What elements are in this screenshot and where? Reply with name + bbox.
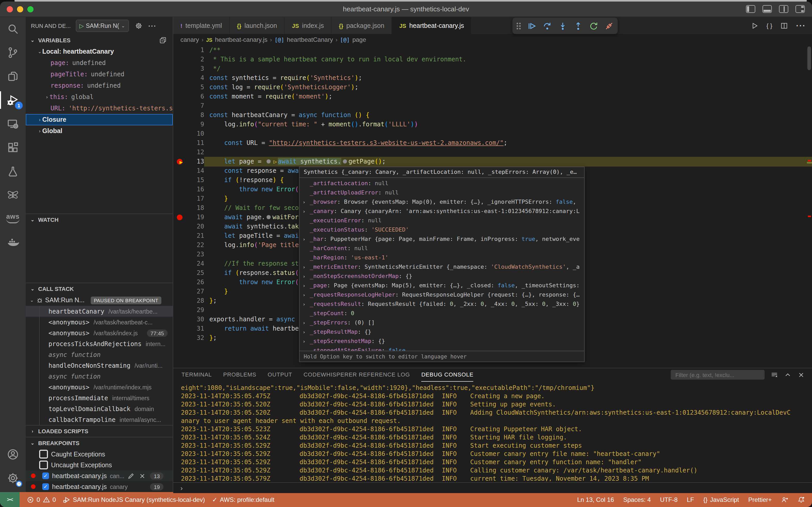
breadcrumb[interactable]: canary › JS heartbeat-canary.js › [@] he…: [173, 34, 812, 45]
debug-console-output[interactable]: eight":1080,"isLandscape":true,"isMobile…: [173, 381, 812, 481]
call-stack-frame[interactable]: <anonymous>/var/task/heartbeat-c...: [26, 317, 173, 328]
hover-property-row[interactable]: _harRegion: 'us-east-1': [300, 253, 584, 263]
split-editor-layout-icon[interactable]: [779, 5, 788, 13]
remote-explorer-icon[interactable]: [0, 112, 26, 136]
gutter-margin[interactable]: [173, 175, 187, 185]
debug-console-input[interactable]: ›: [173, 482, 812, 493]
gutter-margin[interactable]: [173, 259, 187, 268]
collapse-all-icon[interactable]: [159, 37, 167, 44]
call-stack-frame[interactable]: callbackTrampolineinternal/async...: [26, 414, 173, 425]
gutter-margin[interactable]: [173, 101, 187, 110]
gutter-margin[interactable]: [173, 203, 187, 213]
aws-profile-status[interactable]: ✓ AWS: profile:default: [212, 496, 274, 503]
hover-property-row[interactable]: ›_metricEmitter: SyntheticsMetricEmitter…: [300, 263, 584, 272]
continue-button[interactable]: [527, 21, 536, 30]
start-debug-icon[interactable]: ▷: [79, 22, 84, 29]
accounts-icon[interactable]: [0, 443, 26, 466]
tab-package.json[interactable]: {}package.json: [331, 17, 392, 34]
explorer-icon[interactable]: [0, 64, 26, 88]
panel-tab-output[interactable]: OUTPUT: [267, 368, 292, 381]
toolbar-drag-handle[interactable]: [516, 22, 521, 29]
gutter-margin[interactable]: [173, 305, 187, 315]
code-line[interactable]: 9 log.info("current time: " + moment().f…: [173, 120, 812, 129]
panel-tab-codewhisperer-reference-log[interactable]: CODEWHISPERER REFERENCE LOG: [304, 368, 410, 381]
code-editor[interactable]: 1/**2 * This is a sample heartbeat canar…: [173, 45, 812, 368]
gutter-margin[interactable]: [173, 166, 187, 175]
hover-property-row[interactable]: ›_page: Page {eventsMap: Map(5), emitter…: [300, 281, 584, 290]
zoom-window-button[interactable]: [27, 6, 34, 12]
code-line[interactable]: 10: [173, 129, 812, 138]
gutter-margin[interactable]: [173, 120, 187, 129]
toggle-panel-icon[interactable]: [762, 5, 772, 13]
checkbox-checked[interactable]: ✓: [42, 483, 49, 490]
tab-index.js[interactable]: JSindex.js: [285, 17, 332, 34]
call-stack-frame[interactable]: processImmediateinternal/timers: [26, 393, 173, 403]
tab-template.yml[interactable]: !template.yml: [173, 17, 230, 34]
remote-indicator[interactable]: ><: [0, 492, 19, 507]
tab-heartbeat-canary.js[interactable]: JSheartbeat-canary.js: [392, 17, 472, 34]
chevron-right-icon[interactable]: ›: [303, 272, 306, 281]
gutter-margin[interactable]: [173, 278, 187, 287]
hover-property-row[interactable]: _stoppedAtStepFailure: false: [300, 346, 584, 351]
edit-breakpoint-icon[interactable]: [128, 472, 135, 480]
extensions-icon[interactable]: [0, 136, 26, 159]
clear-console-icon[interactable]: [771, 371, 778, 378]
hover-property-row[interactable]: ›_stepScreenshotMap: {}: [300, 337, 584, 346]
variables-section-header[interactable]: ⌄VARIABLES: [26, 35, 173, 46]
remove-breakpoint-icon[interactable]: [139, 472, 146, 480]
code-line[interactable]: 8const heartbeatCanary = async function …: [173, 110, 812, 120]
debug-gear-icon[interactable]: [135, 22, 142, 30]
hover-property-row[interactable]: ›_browser: Browser {eventsMap: Map(0), e…: [300, 198, 584, 207]
code-line[interactable]: 5const log = require('SyntheticsLogger')…: [173, 82, 812, 92]
inline-breakpoint-dot[interactable]: [343, 159, 347, 163]
gutter-margin[interactable]: [173, 55, 187, 64]
source-control-icon[interactable]: [0, 41, 26, 64]
code-line[interactable]: 11 const URL = "http://synthetics-tester…: [173, 138, 812, 148]
inline-step-icon[interactable]: ▷: [273, 157, 277, 166]
variable-row[interactable]: ›this:global: [26, 91, 173, 103]
console-filter-input[interactable]: [674, 371, 761, 378]
gutter-margin[interactable]: [173, 222, 187, 231]
close-window-button[interactable]: [7, 6, 13, 12]
panel-tab-terminal[interactable]: TERMINAL: [182, 368, 212, 381]
debug-thread-row[interactable]: ⌄ SAM:Run N... PAUSED ON BREAKPOINT: [26, 294, 173, 306]
collapse-panel-icon[interactable]: [784, 371, 791, 378]
gutter-margin[interactable]: [173, 324, 187, 333]
launch-config-dropdown[interactable]: ▷ SAM:Run N( ⌄: [76, 19, 129, 32]
gutter-margin[interactable]: [173, 82, 187, 92]
gutter-margin[interactable]: [173, 92, 187, 101]
panel-tab-problems[interactable]: PROBLEMS: [223, 368, 256, 381]
code-line[interactable]: 12: [173, 148, 812, 157]
settings-gear-icon[interactable]: 🕒: [0, 466, 26, 490]
variable-row[interactable]: page:undefined: [26, 57, 173, 69]
sticky-scroll-icon[interactable]: { }: [766, 22, 772, 29]
gutter-margin[interactable]: [173, 73, 187, 82]
gutter-margin[interactable]: [173, 45, 187, 55]
eol-status[interactable]: LF: [687, 496, 694, 503]
hover-property-row[interactable]: _artifactLocation: null: [300, 179, 584, 188]
call-stack-frame[interactable]: topLevelDomainCallbackdomain: [26, 403, 173, 414]
close-panel-icon[interactable]: [798, 371, 805, 378]
search-icon[interactable]: [0, 17, 26, 41]
panel-tab-debug-console[interactable]: DEBUG CONSOLE: [421, 368, 473, 381]
breakpoints-section-header[interactable]: ⌄BREAKPOINTS: [26, 437, 173, 449]
call-stack-frame[interactable]: heartbeatCanary/var/task/heartbe...: [26, 306, 173, 317]
gutter-margin[interactable]: [173, 185, 187, 194]
restart-button[interactable]: [589, 21, 598, 30]
code-line[interactable]: 6const moment = require('moment');: [173, 92, 812, 101]
gutter-margin[interactable]: [173, 213, 187, 222]
aws-toolkit-icon[interactable]: aws: [0, 207, 26, 231]
toggle-sidebar-icon[interactable]: [746, 5, 755, 13]
gutter-margin[interactable]: [173, 315, 187, 324]
step-over-button[interactable]: [543, 21, 552, 30]
chevron-right-icon[interactable]: ›: [303, 207, 306, 216]
gutter-margin[interactable]: [173, 129, 187, 138]
chevron-right-icon[interactable]: ›: [303, 281, 306, 290]
checkbox-unchecked[interactable]: [39, 450, 48, 458]
encoding-status[interactable]: UTF-8: [660, 496, 678, 503]
customize-layout-icon[interactable]: [796, 5, 805, 13]
chevron-right-icon[interactable]: ›: [303, 300, 306, 309]
watch-section-header[interactable]: ⌄WATCH: [26, 214, 173, 225]
inline-breakpoint-dot[interactable]: [267, 215, 271, 219]
hover-property-row[interactable]: ›_requestsResult: RequestsResult {failed…: [300, 300, 584, 309]
